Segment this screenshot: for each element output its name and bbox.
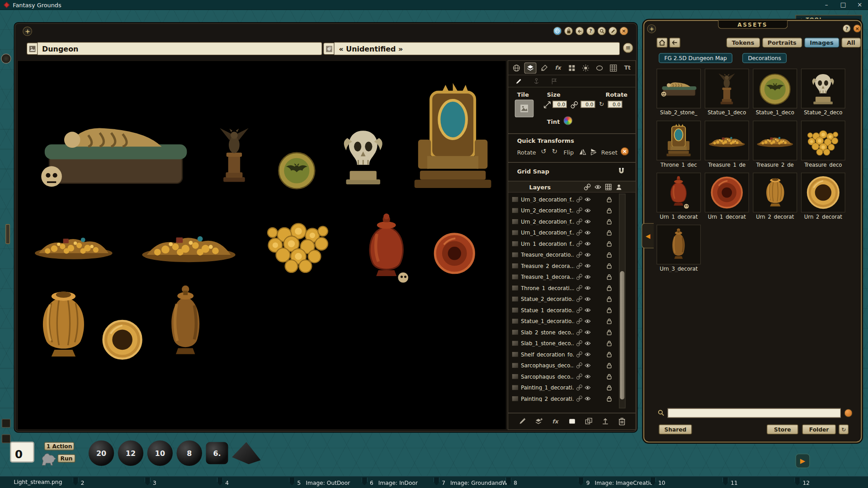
asset-item[interactable]: Slab_2_stone_ bbox=[656, 69, 701, 116]
shortcut-slot[interactable]: 6Image: InDoor bbox=[362, 476, 418, 488]
size-width-input[interactable] bbox=[552, 101, 567, 108]
layer-visibility-icon[interactable] bbox=[585, 207, 590, 213]
tab-tokens[interactable]: Tokens bbox=[726, 38, 760, 47]
lighting-tool-icon[interactable] bbox=[580, 62, 592, 73]
layer-lock-icon[interactable] bbox=[606, 395, 612, 401]
layer-row[interactable]: Statue_1_decoratio... bbox=[508, 315, 620, 326]
flip-horizontal-button[interactable] bbox=[578, 148, 587, 157]
action-button[interactable]: 1 Action bbox=[44, 442, 74, 450]
canvas-sprite-treasure-pile-small[interactable] bbox=[32, 230, 115, 260]
layer-lock-icon[interactable] bbox=[606, 296, 612, 301]
radial-menu-button[interactable] bbox=[23, 27, 32, 36]
rotate-cw-button[interactable]: ↻ bbox=[550, 147, 559, 156]
layer-visibility-icon[interactable] bbox=[585, 196, 590, 202]
d10-die[interactable]: 10 bbox=[147, 441, 173, 466]
layer-visibility-icon[interactable] bbox=[585, 296, 590, 301]
layer-link-icon[interactable] bbox=[576, 395, 582, 401]
layer-visibility-icon[interactable] bbox=[585, 329, 590, 335]
layer-row[interactable]: Urn_1_decoration_f... bbox=[508, 227, 620, 238]
shortcut-slot[interactable]: 12 bbox=[794, 476, 810, 488]
d20-die[interactable]: 20 bbox=[89, 441, 114, 466]
asset-item[interactable]: Urn_2_decorat bbox=[753, 173, 797, 220]
layer-link-icon[interactable] bbox=[576, 318, 582, 324]
layer-visibility-icon[interactable] bbox=[585, 230, 590, 235]
map-name-field[interactable]: Dungeon bbox=[38, 42, 322, 55]
layer-visibility-icon[interactable] bbox=[585, 307, 590, 313]
field-menu-button[interactable]: ≡ bbox=[623, 42, 633, 53]
paint-tool-icon[interactable] bbox=[538, 62, 550, 73]
shortcut-slot[interactable]: 7Image: GroundandW bbox=[434, 476, 508, 488]
modifier-box[interactable]: 0 bbox=[10, 441, 34, 463]
layer-lock-icon[interactable] bbox=[606, 285, 612, 291]
layer-visibility-icon[interactable] bbox=[585, 274, 590, 280]
panel-close-button[interactable]: × bbox=[853, 24, 861, 33]
layer-link-icon[interactable] bbox=[576, 196, 582, 202]
asset-item[interactable]: Urn_1_decorat bbox=[705, 173, 749, 220]
layer-row[interactable]: Statue_1_decoratio... bbox=[508, 304, 620, 315]
run-button[interactable]: Run bbox=[57, 454, 75, 462]
panel-help-button[interactable]: ? bbox=[843, 24, 851, 33]
map-id-field[interactable]: « Unidentified » bbox=[335, 42, 620, 55]
layer-link-icon[interactable] bbox=[576, 285, 582, 291]
d12-die[interactable]: 12 bbox=[118, 441, 143, 466]
refresh-button[interactable]: ↻ bbox=[839, 424, 849, 434]
shortcut-slot[interactable]: 5Image: OutDoor bbox=[289, 476, 350, 488]
layer-row[interactable]: Throne_1_decorati... bbox=[508, 282, 620, 293]
folder-button[interactable]: Folder bbox=[802, 424, 836, 434]
lock-button[interactable] bbox=[564, 27, 573, 36]
layer-lock-icon[interactable] bbox=[606, 263, 612, 268]
duplicate-layer-icon[interactable] bbox=[582, 416, 594, 427]
asset-item[interactable]: Throne_1_dec bbox=[656, 121, 701, 168]
magnet-icon[interactable] bbox=[618, 167, 626, 175]
layer-lock-icon[interactable] bbox=[606, 230, 612, 235]
shortcut-slot[interactable]: 10 bbox=[650, 476, 665, 488]
window-close-button[interactable]: × bbox=[619, 27, 628, 36]
play-button[interactable]: ▶ bbox=[796, 454, 810, 468]
grid-tool-icon[interactable] bbox=[608, 62, 620, 73]
canvas-sprite-sarcophagus-skeleton[interactable] bbox=[33, 116, 193, 191]
canvas-sprite-brown-urn[interactable] bbox=[163, 283, 208, 361]
layer-lock-icon[interactable] bbox=[606, 240, 612, 246]
add-drawing-icon[interactable] bbox=[516, 416, 528, 427]
layer-visibility-icon[interactable] bbox=[585, 285, 590, 291]
layer-link-icon[interactable] bbox=[576, 218, 582, 224]
layer-lock-icon[interactable] bbox=[606, 318, 612, 324]
asset-item[interactable]: Treasure_deco bbox=[801, 121, 845, 168]
collapsed-window-tab[interactable] bbox=[5, 224, 10, 244]
asset-item[interactable]: Statue_2_deco bbox=[801, 69, 845, 116]
layer-lock-icon[interactable] bbox=[606, 340, 612, 346]
shortcut-slot[interactable]: 9Image: ImageCreatio bbox=[578, 476, 653, 488]
layer-row[interactable]: Treasure_1_decora... bbox=[508, 271, 620, 282]
filter-decorations[interactable]: Decorations bbox=[742, 53, 787, 63]
canvas-sprite-tan-urn[interactable] bbox=[34, 285, 92, 364]
layer-link-icon[interactable] bbox=[576, 362, 582, 368]
maximize-button[interactable]: □ bbox=[835, 0, 852, 9]
asset-item[interactable]: Statue_1_deco bbox=[705, 69, 749, 116]
flag-tool-icon[interactable] bbox=[548, 75, 560, 86]
layer-visibility-icon[interactable] bbox=[585, 395, 590, 401]
map-id-icon-button[interactable] bbox=[323, 42, 334, 55]
layers-link-icon[interactable] bbox=[584, 183, 591, 190]
layer-link-icon[interactable] bbox=[576, 252, 582, 258]
anchor-tool-icon[interactable] bbox=[530, 75, 542, 86]
filter-dungeon-map[interactable]: FG 2.5D Dungeon Map bbox=[659, 53, 732, 63]
layer-visibility-icon[interactable] bbox=[585, 362, 590, 368]
d6-die[interactable]: 6. bbox=[206, 442, 228, 464]
layer-row[interactable]: Sarcophagus_deco... bbox=[508, 371, 620, 381]
search-options-button[interactable] bbox=[844, 409, 852, 417]
canvas-sprite-throne[interactable] bbox=[405, 83, 500, 192]
layer-lock-icon[interactable] bbox=[606, 196, 612, 202]
layer-link-icon[interactable] bbox=[576, 240, 582, 246]
layer-link-icon[interactable] bbox=[576, 263, 582, 268]
layer-visibility-icon[interactable] bbox=[585, 351, 590, 357]
layer-lock-icon[interactable] bbox=[606, 362, 612, 368]
panel-collapse-button[interactable]: ◀ bbox=[642, 223, 654, 248]
layer-row[interactable]: Urn_3_decoration_f... bbox=[508, 194, 620, 205]
edit-button[interactable] bbox=[609, 27, 618, 36]
add-effect-icon[interactable]: fx bbox=[549, 416, 561, 427]
shortcut-slot[interactable]: 4 bbox=[217, 476, 229, 488]
canvas-sprite-bat-medallion[interactable] bbox=[276, 150, 318, 191]
layer-visibility-icon[interactable] bbox=[585, 218, 590, 224]
reset-button[interactable]: × bbox=[621, 147, 629, 155]
back-button[interactable] bbox=[669, 38, 680, 47]
